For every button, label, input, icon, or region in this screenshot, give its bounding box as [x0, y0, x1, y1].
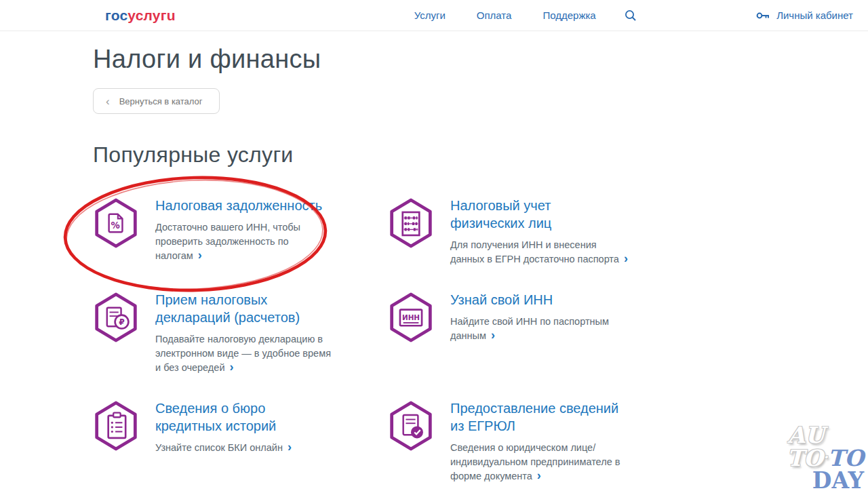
service-description: Найдите свой ИНН по паспортным данным	[450, 316, 609, 341]
chevron-right-icon[interactable]: ›	[288, 440, 292, 454]
nav-link-services[interactable]: Услуги	[414, 9, 446, 21]
personal-account-label: Личный кабинет	[776, 9, 853, 21]
nav-link-payment[interactable]: Оплата	[477, 9, 512, 21]
personal-account-link[interactable]: Личный кабинет	[756, 9, 853, 21]
key-icon	[756, 11, 771, 20]
chevron-right-icon[interactable]: ›	[537, 469, 541, 482]
service-description: Сведения о юридическом лице/ индивидуаль…	[450, 442, 620, 481]
gosuslugi-logo[interactable]: госуслугu	[105, 7, 176, 24]
nav-link-support[interactable]: Поддержка	[542, 9, 595, 21]
service-description: Узнайте список БКИ онлайн	[155, 442, 283, 453]
watermark-line3: DAY	[787, 469, 864, 492]
service-description: Подавайте налоговую декларацию в электро…	[155, 334, 331, 373]
back-to-catalog-button[interactable]: ‹ Вернуться в каталог	[93, 88, 220, 114]
watermark-line1: AU	[787, 424, 864, 446]
chevron-right-icon[interactable]: ›	[198, 248, 202, 262]
service-title[interactable]: Прием налоговых деклараций (расчетов)	[155, 291, 333, 326]
service-credit-bureau[interactable]: Сведения о бюро кредитных историй Узнайт…	[93, 399, 388, 484]
service-title[interactable]: Предоставление сведений из ЕГРЮЛ	[450, 399, 628, 435]
main-content: Налоги и финансы ‹ Вернуться в каталог П…	[0, 31, 868, 484]
svg-text:%: %	[111, 220, 119, 231]
service-tax-declarations[interactable]: ₽ Прием налоговых деклараций (расчетов) …	[93, 291, 388, 375]
svg-text:ИНН: ИНН	[402, 313, 420, 321]
abacus-icon	[388, 197, 434, 252]
watermark-line2: TO·TO	[787, 446, 864, 469]
back-button-label: Вернуться в каталог	[119, 96, 203, 106]
document-ruble-icon: ₽	[93, 291, 139, 347]
top-header: госуслугu Услуги Оплата Поддержка Личный…	[0, 0, 868, 31]
popular-services-grid: % Налоговая задолженность Достаточно ваш…	[93, 197, 868, 484]
document-check-icon	[388, 399, 434, 455]
chevron-left-icon: ‹	[106, 96, 110, 107]
chevron-right-icon[interactable]: ›	[624, 252, 628, 265]
service-description: Достаточно вашего ИНН, чтобы проверить з…	[155, 222, 300, 261]
search-button[interactable]	[625, 9, 637, 22]
service-description: Для получения ИНН и внесения данных в ЕГ…	[450, 239, 619, 264]
inn-card-icon: ИНН	[388, 291, 434, 347]
search-icon	[625, 9, 637, 22]
chevron-right-icon[interactable]: ›	[230, 360, 234, 374]
service-title[interactable]: Налоговая задолженность	[155, 197, 333, 214]
service-tax-debt[interactable]: % Налоговая задолженность Достаточно ваш…	[93, 197, 388, 267]
logo-text-red: услугu	[127, 7, 175, 23]
svg-text:₽: ₽	[119, 317, 125, 327]
section-title: Популярные услуги	[93, 141, 868, 168]
service-egrul-info[interactable]: Предоставление сведений из ЕГРЮЛ Сведени…	[388, 399, 683, 484]
logo-text-blue: гос	[105, 7, 127, 23]
service-title[interactable]: Сведения о бюро кредитных историй	[155, 399, 333, 435]
service-tax-registration[interactable]: Налоговый учет физических лиц Для получе…	[388, 197, 683, 267]
service-title[interactable]: Налоговый учет физических лиц	[450, 197, 628, 232]
autotoday-watermark: AU TO·TO DAY	[787, 424, 864, 492]
clipboard-list-icon	[93, 399, 139, 455]
document-percent-icon: %	[93, 197, 139, 252]
service-title[interactable]: Узнай свой ИНН	[450, 291, 628, 309]
page-title: Налоги и финансы	[93, 43, 868, 75]
service-find-inn[interactable]: ИНН Узнай свой ИНН Найдите свой ИНН по п…	[388, 291, 683, 375]
chevron-right-icon[interactable]: ›	[491, 328, 495, 342]
main-nav: Услуги Оплата Поддержка	[414, 9, 596, 21]
